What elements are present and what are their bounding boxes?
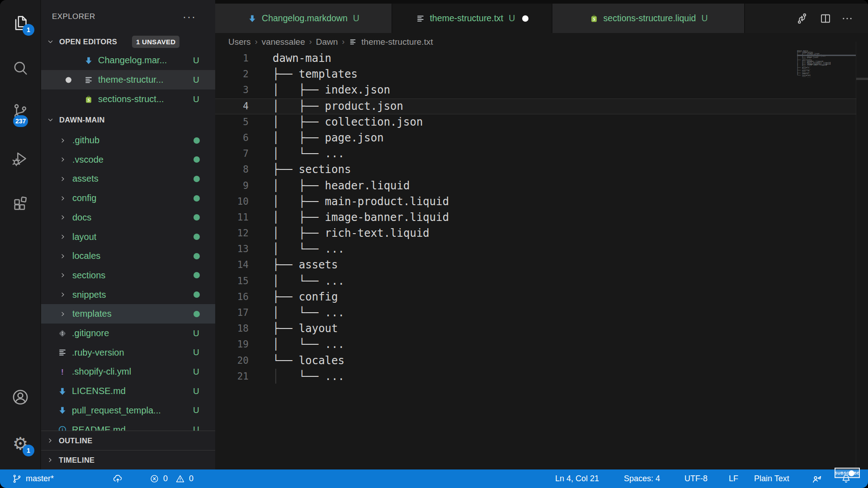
code-text: └── locales <box>249 353 344 369</box>
git-status-badge: U <box>193 56 199 66</box>
open-editor-item[interactable]: Changelog.mar...U <box>41 51 215 70</box>
activity-item-extensions[interactable] <box>11 195 29 215</box>
branch-status[interactable]: master* <box>12 469 54 488</box>
breadcrumb-file[interactable]: theme-structure.txt <box>361 37 433 47</box>
open-editor-item[interactable]: theme-structur...U <box>41 70 215 89</box>
code-line: 16├── config <box>215 289 868 305</box>
workspace-header[interactable]: DAWN-MAIN <box>41 110 215 129</box>
modified-dot <box>66 77 71 83</box>
activity-item-account[interactable] <box>11 388 30 408</box>
language-mode[interactable]: Plain Text <box>754 469 789 488</box>
code-text: ├── sections <box>249 162 351 178</box>
file-row-ruby-version[interactable]: .ruby-versionU <box>41 343 215 362</box>
more-actions-button[interactable] <box>838 4 856 33</box>
open-editor-item[interactable]: Ssections-struct...U <box>41 89 215 109</box>
folder-row-assets[interactable]: assets <box>41 169 215 188</box>
folder-row-github[interactable]: .github <box>41 131 215 150</box>
git-modified-dot <box>193 156 200 163</box>
tab-Changelog.markdown[interactable]: Changelog.markdownU <box>215 4 392 33</box>
more-actions-icon[interactable]: ··· <box>183 9 196 24</box>
line-number: 2 <box>215 66 249 82</box>
chevron-right-icon <box>59 291 66 298</box>
file-row-shopify-cli.yml[interactable]: !.shopify-cli.ymlU <box>41 362 215 381</box>
code-text: │ ├── collection.json <box>249 114 423 130</box>
chevron-right-icon <box>59 137 66 144</box>
chevron-right-icon <box>47 437 54 444</box>
line-number: 6 <box>215 130 249 146</box>
breadcrumb-segment[interactable]: vanessalee <box>262 37 305 47</box>
code-text: ├── layout <box>249 321 338 337</box>
line-number: 12 <box>215 225 249 241</box>
folder-row-snippets[interactable]: snippets <box>41 285 215 305</box>
compare-changes-button[interactable] <box>793 4 811 33</box>
code-text: │ ├── header.liquid <box>249 178 410 194</box>
folder-label: config <box>72 193 96 203</box>
line-number: 21 <box>215 369 249 385</box>
code-line: 13│ └── ... <box>215 241 868 257</box>
indentation-setting[interactable]: Spaces: 4 <box>624 469 660 488</box>
encoding-text: UTF-8 <box>684 474 708 483</box>
line-number: 9 <box>215 178 249 194</box>
split-editor-button[interactable] <box>816 4 835 33</box>
minimap[interactable]: dawn-main ├── templates │ ├── index.json… <box>797 51 856 105</box>
liquid-icon: S <box>589 14 599 23</box>
sync-button[interactable] <box>112 469 123 488</box>
section-header-timeline[interactable]: TIMELINE <box>41 450 215 469</box>
file-row-pull_request_templa...[interactable]: pull_request_templa...U <box>41 401 215 420</box>
folder-row-vscode[interactable]: .vscode <box>41 150 215 169</box>
activity-item-run-debug[interactable] <box>11 150 29 169</box>
feedback-button[interactable] <box>811 469 823 488</box>
code-text: └── ... <box>249 369 344 385</box>
folder-row-sections[interactable]: sections <box>41 266 215 285</box>
folder-label: locales <box>72 251 100 261</box>
breadcrumb[interactable]: Users›vanessalee›Dawn›theme-structure.tx… <box>215 33 868 51</box>
git-status-badge: U <box>193 328 199 338</box>
folder-row-layout[interactable]: layout <box>41 227 215 247</box>
eol-setting[interactable]: LF <box>729 469 738 488</box>
code-text: │ ├── rich-text.liquid <box>249 225 429 241</box>
encoding-setting[interactable]: UTF-8 <box>684 469 708 488</box>
open-editors-header[interactable]: OPEN EDITORS1 UNSAVED <box>41 32 215 51</box>
breadcrumb-segment[interactable]: Dawn <box>316 37 338 47</box>
folder-row-docs[interactable]: docs <box>41 208 215 227</box>
code-line: 15│ └── ... <box>215 273 868 289</box>
section-header-outline[interactable]: OUTLINE <box>41 431 215 450</box>
tab-label: theme-structure.txt <box>430 13 504 23</box>
git-modified-dot <box>193 176 200 182</box>
folder-row-locales[interactable]: locales <box>41 246 215 266</box>
source-control-badge: 237 <box>13 115 28 127</box>
chevron-right-icon <box>59 195 66 202</box>
folder-label: snippets <box>72 290 106 300</box>
tab-sections-structure.liquid[interactable]: Ssections-structure.liquidU <box>552 4 745 33</box>
more-actions-icon <box>840 12 854 25</box>
git-modified-dot <box>193 195 200 202</box>
code-area[interactable]: 1dawn-main2├── templates3│ ├── index.jso… <box>215 51 868 469</box>
folder-row-config[interactable]: config <box>41 188 215 208</box>
chevron-down-icon <box>47 116 54 124</box>
overview-ruler[interactable] <box>856 42 856 469</box>
open-editors-label: OPEN EDITORS <box>59 38 117 46</box>
file-row-LICENSE.md[interactable]: LICENSE.mdU <box>41 381 215 401</box>
chevron-right-icon <box>59 233 66 240</box>
open-editor-label: sections-struct... <box>98 94 164 104</box>
folder-label: assets <box>72 174 99 184</box>
code-line: 3│ ├── index.json <box>215 82 868 98</box>
cursor-position[interactable]: Ln 4, Col 21 <box>555 469 599 488</box>
account-icon <box>11 388 30 407</box>
breadcrumb-segment[interactable]: Users <box>228 37 251 47</box>
activity-item-search[interactable] <box>11 59 29 79</box>
problems-status[interactable]: 00 <box>149 469 193 488</box>
git-modified-dot <box>193 214 200 221</box>
folder-row-templates[interactable]: templates <box>41 304 215 324</box>
folder-label: templates <box>72 309 112 319</box>
tab-theme-structure.txt[interactable]: theme-structure.txtU <box>392 4 552 33</box>
chevron-right-icon <box>59 175 66 183</box>
branch-icon <box>12 474 22 484</box>
breadcrumb-separator: › <box>342 37 344 47</box>
tab-dirty-dot <box>522 15 528 22</box>
git-status-badge: U <box>193 367 199 377</box>
open-editor-label: Changelog.mar... <box>98 55 167 66</box>
code-line: 4│ ├── product.json <box>215 99 868 114</box>
panel-label: TIMELINE <box>59 456 94 465</box>
file-row-gitignore[interactable]: .gitignoreU <box>41 324 215 343</box>
